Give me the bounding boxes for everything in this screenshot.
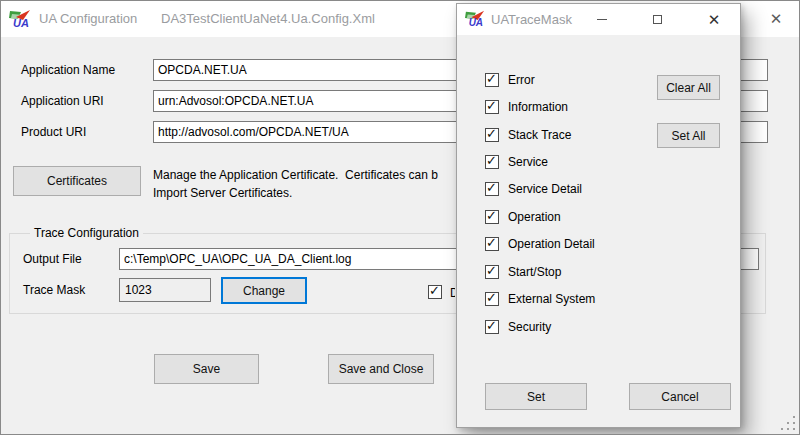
uatracemask-dialog: UA UATraceMask ✕ ✓Error ✓Information ✓St… [456, 3, 741, 428]
resize-grip-icon[interactable] [781, 416, 796, 431]
clear-all-button[interactable]: Clear All [657, 75, 720, 100]
maximize-icon[interactable] [637, 4, 677, 35]
minimize-icon[interactable] [582, 4, 622, 35]
svg-text:UA: UA [13, 17, 29, 29]
checkbox-start-stop[interactable]: ✓Start/Stop [485, 264, 561, 279]
product-uri-label: Product URI [21, 121, 86, 143]
save-and-close-button[interactable]: Save and Close [328, 354, 434, 384]
main-window-title: UA Configuration [39, 11, 137, 26]
checkbox-service[interactable]: ✓Service [485, 154, 548, 169]
checkbox-stack-trace[interactable]: ✓Stack Trace [485, 127, 571, 142]
main-window-file: DA3TestClientUaNet4.Ua.Config.Xml [161, 11, 375, 26]
svg-text:UA: UA [469, 17, 483, 28]
trace-mask-label: Trace Mask [23, 279, 85, 301]
checkbox-service-detail[interactable]: ✓Service Detail [485, 181, 582, 196]
certificates-description-line2: Import Server Certificates. [153, 186, 456, 200]
dialog-titlebar[interactable]: UA UATraceMask ✕ [457, 4, 740, 35]
dialog-title: UATraceMask [491, 12, 572, 27]
checkmark-icon: ✓ [429, 284, 440, 298]
trace-mask-value: 1023 [119, 278, 211, 302]
change-button[interactable]: Change [221, 277, 307, 304]
checkbox-operation[interactable]: ✓Operation [485, 209, 561, 224]
output-file-label: Output File [23, 248, 82, 270]
checkbox-error[interactable]: ✓Error [485, 72, 535, 87]
close-icon[interactable]: ✕ [694, 4, 734, 35]
main-partial-checkbox[interactable]: ✓ [428, 285, 442, 299]
ua-logo-icon: UA [465, 9, 485, 29]
ua-logo-icon: UA [9, 8, 31, 30]
trace-configuration-title: Trace Configuration [30, 226, 143, 240]
checkbox-information[interactable]: ✓Information [485, 99, 568, 114]
checkbox-operation-detail[interactable]: ✓Operation Detail [485, 236, 595, 251]
set-all-button[interactable]: Set All [657, 123, 720, 148]
set-button[interactable]: Set [485, 383, 587, 410]
ua-configuration-window: UA UA Configuration DA3TestClientUaNet4.… [0, 0, 800, 435]
save-button[interactable]: Save [154, 354, 259, 384]
main-close-icon[interactable]: ✕ [753, 1, 799, 37]
cancel-button[interactable]: Cancel [629, 383, 731, 410]
application-name-label: Application Name [21, 59, 115, 81]
certificates-description-line1: Manage the Application Certificate. Cert… [153, 168, 456, 182]
main-partial-checkbox-label: D [450, 286, 455, 301]
checkbox-security[interactable]: ✓Security [485, 319, 551, 334]
checkbox-external-system[interactable]: ✓External System [485, 291, 595, 306]
certificates-button[interactable]: Certificates [13, 166, 141, 196]
application-uri-label: Application URI [21, 90, 104, 112]
